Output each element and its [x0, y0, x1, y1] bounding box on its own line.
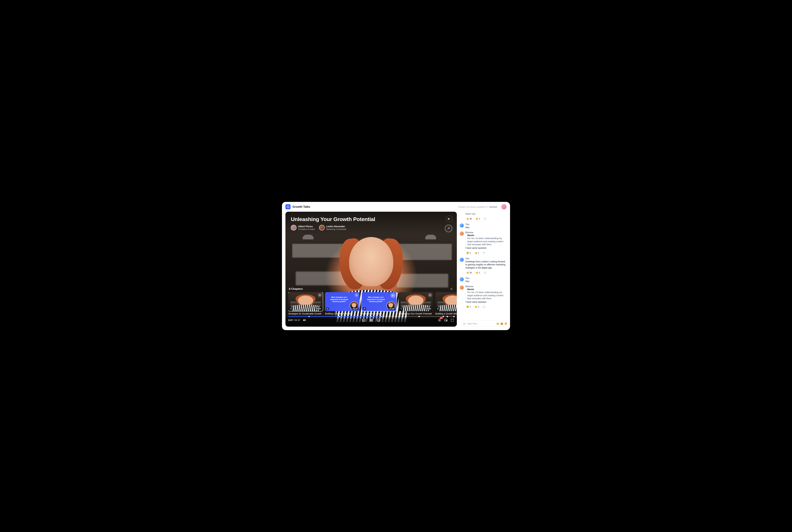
chapter-number: 8	[436, 307, 439, 310]
seek-chapter-marker[interactable]	[308, 316, 310, 317]
add-reaction-button[interactable]	[483, 271, 487, 275]
reaction-count: 32	[470, 271, 472, 274]
share-icon	[448, 217, 451, 220]
seek-chapter-marker[interactable]	[447, 316, 448, 317]
host-1-avatar	[291, 225, 297, 230]
chapter-label: Strategies for Sustainable Growth	[288, 312, 323, 315]
seek-chapter-marker[interactable]	[442, 316, 444, 317]
reaction-pill[interactable]: 👏1	[475, 271, 482, 275]
app-logo-icon	[286, 205, 289, 208]
user-avatar[interactable]	[501, 204, 507, 209]
chapter-item[interactable]: 7 59:45 Unleashing Your Growth Potential	[398, 292, 433, 315]
reaction-pill[interactable]: 🤔1	[465, 251, 472, 255]
forward-10-button[interactable]: 10	[377, 318, 381, 322]
svg-point-17	[484, 253, 484, 253]
add-reaction-button[interactable]	[482, 251, 486, 255]
smile-icon	[463, 322, 466, 325]
chapter-time: 55:27	[352, 307, 359, 310]
app-logo	[285, 204, 290, 209]
video-title: Unleashing Your Growth Potential	[291, 216, 451, 222]
reaction-count: 1	[478, 306, 479, 308]
svg-point-13	[484, 218, 485, 219]
rewind-10-icon: 10	[362, 318, 366, 322]
svg-point-1	[319, 294, 320, 296]
seek-chapter-marker[interactable]	[371, 316, 372, 317]
reaction-pill[interactable]: 👏1	[474, 305, 480, 309]
reaction-pill[interactable]: 👏1	[475, 217, 482, 221]
chat-input[interactable]: 👏😂🔥	[461, 321, 507, 327]
chapter-thumbnail[interactable]: What strategies can I implement to accel…	[362, 292, 396, 311]
svg-point-18	[484, 272, 486, 273]
chapters-list[interactable]: 4 33:04 Strategies for Sustainable Growt…	[288, 292, 457, 315]
seek-chapter-marker[interactable]	[453, 316, 455, 317]
player-controls: 9:07 / 55:27 10 10	[285, 316, 457, 327]
fullscreen-button[interactable]	[451, 318, 454, 322]
reaction-pill[interactable]: 👏32	[465, 271, 473, 275]
host-2-name: Leslie Alexander	[326, 225, 347, 228]
chapter-item[interactable]: 4 33:04 Strategies for Sustainable Growt…	[288, 292, 323, 315]
host-2: Leslie Alexander Marketing Coordinator	[319, 225, 347, 230]
volume-button[interactable]	[303, 318, 306, 322]
seek-chapter-marker[interactable]	[380, 316, 382, 317]
message-text: I have same question	[465, 301, 507, 304]
settings-button[interactable]: HD	[438, 318, 441, 322]
video-player[interactable]: Unleashing Your Growth Potential Albert …	[285, 212, 457, 327]
smile-plus-icon	[484, 271, 486, 274]
reply-text: For me, it's been understanding my targe…	[467, 237, 507, 246]
chapter-time: 33:04	[315, 307, 322, 310]
message-reply: Maxim For me, it's been understanding my…	[465, 234, 507, 246]
topbar: Growth Talks Replays are always availabl…	[282, 202, 510, 212]
smile-plus-icon	[483, 252, 485, 254]
add-reaction-button[interactable]	[482, 305, 486, 309]
chat-text-input[interactable]	[467, 322, 495, 325]
chapter-thumbnail[interactable]: 7 59:45	[398, 292, 433, 311]
chapter-item[interactable]: What strategies can I implement to accel…	[325, 292, 360, 315]
chapter-item[interactable]: What strategies can I implement to accel…	[362, 292, 396, 315]
forward-10-icon: 10	[377, 318, 381, 322]
svg-point-21	[483, 306, 485, 308]
watermark-icon	[444, 224, 453, 233]
message-avatar	[460, 258, 464, 262]
pause-button[interactable]	[369, 318, 373, 322]
message-text: digital age.	[465, 212, 507, 215]
chapters-close-button[interactable]	[450, 287, 453, 290]
share-button[interactable]	[446, 215, 452, 222]
chapter-label: Building a Growth Mindset	[325, 312, 360, 315]
replay-note-text: Replays are always available on	[458, 206, 488, 208]
chapter-thumbnail[interactable]: 8	[435, 292, 457, 311]
main: Unleashing Your Growth Potential Albert …	[282, 212, 510, 330]
smile-plus-icon	[483, 306, 485, 308]
seek-chapter-marker[interactable]	[418, 316, 420, 317]
reaction-pill[interactable]: 👏32	[465, 217, 473, 221]
svg-text:10: 10	[363, 320, 364, 321]
chapter-thumbnail[interactable]: What strategies can I implement to accel…	[325, 292, 360, 311]
reaction-count: 1	[470, 306, 471, 308]
chat-message: Etienne Maxim For me, it's been understa…	[460, 285, 507, 309]
rewind-10-button[interactable]: 10	[362, 318, 366, 322]
message-avatar	[460, 277, 464, 281]
time-duration: 55:27	[295, 319, 300, 321]
reactions-row: 🤔1👏1	[465, 251, 507, 255]
chapter-thumbnail[interactable]: 4 33:04	[288, 292, 323, 311]
replay-brand[interactable]: contrast	[489, 206, 497, 208]
chat-message: digital age.👏32👏1	[460, 212, 507, 221]
quick-react-button[interactable]: 😂	[500, 322, 503, 325]
chapter-label: Building a Growth Mindset	[435, 312, 457, 315]
seek-bar[interactable]	[288, 316, 454, 317]
chat-messages[interactable]: digital age.👏32👏1 TimHey Etienne Maxim F…	[460, 212, 507, 319]
chapters-panel: 8 Chapters 4 33:04 Strategies for Sustai…	[285, 287, 457, 316]
chapter-share-button[interactable]	[391, 293, 395, 298]
add-reaction-button[interactable]	[483, 217, 487, 221]
pip-button[interactable]	[444, 318, 448, 322]
reaction-pill[interactable]: 🤔1	[465, 305, 472, 309]
quick-react-button[interactable]: 👏	[496, 322, 499, 325]
chapter-item[interactable]: 8 Building a Growth Mindset	[435, 292, 457, 315]
hd-badge: HD	[440, 317, 443, 319]
svg-point-24	[463, 323, 466, 325]
quick-react-button[interactable]: 🔥	[504, 322, 507, 325]
close-icon	[450, 287, 453, 290]
reaction-pill[interactable]: 👏1	[474, 251, 480, 255]
seek-chapter-marker[interactable]	[339, 316, 340, 317]
message-author: Tim	[465, 257, 507, 260]
emoji-picker-button[interactable]	[463, 322, 466, 325]
